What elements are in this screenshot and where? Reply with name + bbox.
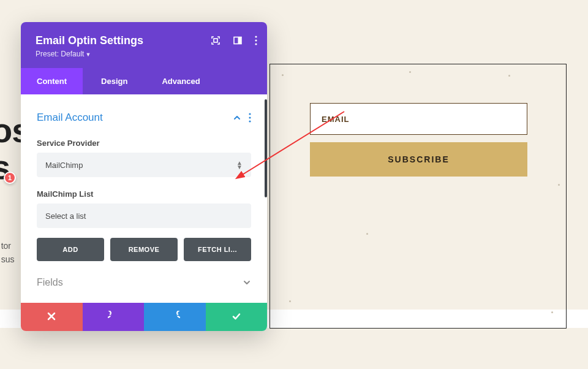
fetch-lists-button[interactable]: FETCH LI... [184,238,251,261]
section-fields-title: Fields [37,277,63,288]
subscribe-button[interactable]: SUBSCRIBE [310,142,527,177]
list-buttons-row: ADD REMOVE FETCH LI... [37,238,251,261]
preset-value: Default [61,50,84,58]
svg-rect-2 [238,37,241,44]
caret-down-icon: ▼ [85,51,91,58]
svg-rect-0 [214,39,217,42]
modal-footer [21,303,267,331]
remove-button[interactable]: REMOVE [110,238,178,261]
mailchimp-list-value: Select a list [45,211,86,221]
preset-prefix: Preset: [36,50,61,58]
service-provider-label: Service Provider [37,139,251,148]
service-provider-value: MailChimp [45,161,83,170]
add-button[interactable]: ADD [37,238,104,261]
close-icon [47,311,56,323]
panel-toggle-icon[interactable] [233,36,243,45]
scrollbar[interactable] [265,99,267,197]
mailchimp-list-label: MailChimp List [37,189,251,199]
modal-header[interactable]: Email Optin Settings Preset: Default▼ [21,22,267,68]
modal-body: Email Account Service Provider MailChimp… [21,94,267,303]
tab-advanced[interactable]: Advanced [146,68,224,94]
service-provider-select[interactable]: MailChimp ▲▼ [37,153,251,177]
section-menu-icon[interactable] [249,113,251,123]
save-button[interactable] [206,303,268,331]
mailchimp-list-select[interactable]: Select a list [37,204,251,228]
expand-icon[interactable] [211,36,221,45]
redo-icon [169,311,180,324]
check-icon [231,311,242,324]
optin-form-frame: SUBSCRIBE [270,64,567,329]
select-sort-icon: ▲▼ [236,161,243,169]
svg-point-5 [255,43,257,45]
tab-design[interactable]: Design [83,68,146,94]
section-header-fields[interactable]: Fields [37,261,251,299]
tab-content[interactable]: Content [21,68,83,94]
cancel-button[interactable] [21,303,83,331]
menu-dots-icon[interactable] [255,36,257,45]
svg-point-8 [249,120,251,122]
svg-point-7 [249,116,251,118]
section-header-email-account: Email Account [37,112,251,124]
undo-icon [108,311,119,324]
redo-button[interactable] [144,303,206,331]
section-title: Email Account [37,112,103,124]
undo-button[interactable] [83,303,145,331]
preset-selector[interactable]: Preset: Default▼ [36,50,252,58]
svg-point-3 [255,36,257,37]
svg-point-4 [255,39,257,41]
collapse-section-icon[interactable] [233,113,241,122]
expand-section-icon[interactable] [243,278,251,287]
settings-modal: Email Optin Settings Preset: Default▼ Co… [21,22,267,331]
annotation-badge-1: 1 [4,172,16,184]
background-paragraph: e tor a sus [0,239,14,267]
email-field[interactable] [310,103,527,135]
svg-point-6 [249,113,251,115]
tabs: Content Design Advanced [21,68,267,94]
